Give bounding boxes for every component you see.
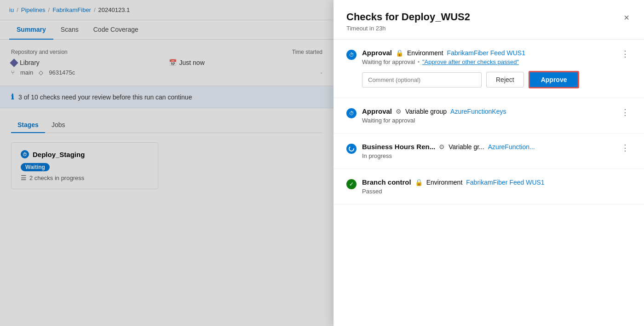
check-scope-link-3[interactable]: AzureFunction... [488, 143, 535, 151]
check-title-row-1: Approval 🔒 Environment FabrikamFiber Fee… [362, 49, 614, 57]
check-content-1: Approval 🔒 Environment FabrikamFiber Fee… [362, 49, 614, 88]
check-icon-1: ⏱ [346, 50, 356, 60]
check-name-4: Branch control [362, 178, 411, 186]
modal-title: Checks for Deploy_WUS2 [346, 11, 470, 23]
status-clock-icon-1: ⏱ [346, 50, 356, 60]
reject-button[interactable]: Reject [486, 72, 524, 87]
check-type-icon-3: ⚙ [439, 143, 445, 151]
check-sep-1: • [418, 58, 421, 65]
check-scope-link-4[interactable]: FabrikamFiber Feed WUS1 [466, 179, 544, 186]
status-passed-icon: ✓ [346, 179, 356, 189]
modal-panel: Checks for Deploy_WUS2 Timeout in 23h × … [334, 0, 644, 326]
check-actions-1: Reject Approve [362, 71, 614, 88]
check-type-icon-2: ⚙ [396, 108, 402, 115]
check-scope-type-1: Environment [407, 49, 443, 57]
more-options-button-1[interactable]: ⋮ [619, 49, 631, 59]
check-header-3: Business Hours Ren... ⚙ Variable gr... A… [346, 143, 631, 159]
check-name-1: Approval [362, 49, 392, 57]
check-content-4: Branch control 🔒 Environment FabrikamFib… [362, 178, 631, 195]
check-type-icon-4: 🔒 [415, 179, 423, 186]
status-clock-icon-2: ⏱ [346, 108, 356, 118]
check-title-row-4: Branch control 🔒 Environment FabrikamFib… [362, 178, 631, 186]
check-icon-3 [346, 144, 356, 154]
modal-body: ⏱ Approval 🔒 Environment FabrikamFiber F… [334, 40, 644, 326]
check-scope-link-2[interactable]: AzureFunctionKeys [450, 108, 506, 115]
status-inprogress-icon [346, 144, 356, 154]
check-status-1: Waiting for approval • "Approve after ot… [362, 58, 614, 65]
more-options-button-3[interactable]: ⋮ [619, 143, 631, 153]
check-header-2: ⏱ Approval ⚙ Variable group AzureFunctio… [346, 107, 631, 124]
check-header-4: ✓ Branch control 🔒 Environment FabrikamF… [346, 178, 631, 195]
modal-subtitle: Timeout in 23h [346, 25, 470, 32]
approve-button[interactable]: Approve [529, 71, 580, 88]
check-scope-type-2: Variable group [405, 108, 447, 115]
svg-point-0 [349, 146, 354, 151]
check-note-1: "Approve after other checks passed" [422, 58, 519, 65]
check-icon-2: ⏱ [346, 108, 356, 118]
check-status-3: In progress [362, 152, 614, 159]
check-status-2: Waiting for approval [362, 117, 614, 124]
more-options-button-2[interactable]: ⋮ [619, 107, 631, 117]
check-status-text-1: Waiting for approval [362, 58, 415, 65]
check-item-branch-control: ✓ Branch control 🔒 Environment FabrikamF… [334, 169, 644, 204]
check-title-row-2: Approval ⚙ Variable group AzureFunctionK… [362, 107, 614, 115]
check-scope-link-1[interactable]: FabrikamFiber Feed WUS1 [447, 49, 525, 57]
check-content-3: Business Hours Ren... ⚙ Variable gr... A… [362, 143, 614, 159]
check-name-3: Business Hours Ren... [362, 143, 435, 151]
check-scope-type-3: Variable gr... [448, 143, 484, 151]
comment-input[interactable] [362, 72, 482, 87]
check-icon-4: ✓ [346, 179, 356, 189]
check-name-2: Approval [362, 107, 392, 115]
check-header-1: ⏱ Approval 🔒 Environment FabrikamFiber F… [346, 49, 631, 88]
check-content-2: Approval ⚙ Variable group AzureFunctionK… [362, 107, 614, 124]
check-item-approval-1: ⏱ Approval 🔒 Environment FabrikamFiber F… [334, 40, 644, 98]
check-item-business-hours: Business Hours Ren... ⚙ Variable gr... A… [334, 134, 644, 169]
modal-header: Checks for Deploy_WUS2 Timeout in 23h × [334, 0, 644, 40]
check-status-4: Passed [362, 188, 631, 195]
check-item-approval-2: ⏱ Approval ⚙ Variable group AzureFunctio… [334, 98, 644, 134]
check-title-row-3: Business Hours Ren... ⚙ Variable gr... A… [362, 143, 614, 151]
check-type-icon-1: 🔒 [396, 49, 403, 57]
check-scope-type-4: Environment [426, 179, 463, 186]
spinner-svg [348, 146, 355, 152]
modal-overlay [0, 0, 334, 326]
modal-close-button[interactable]: × [622, 11, 631, 24]
